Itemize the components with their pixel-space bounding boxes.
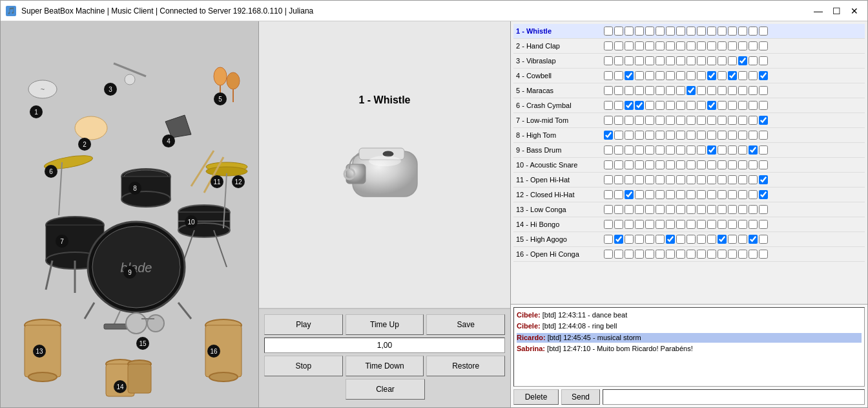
beat-checkbox-3-13[interactable] — [738, 56, 747, 65]
beat-checkbox-10-3[interactable] — [635, 160, 644, 169]
beat-checkbox-11-11[interactable] — [718, 175, 727, 184]
beat-checkbox-15-4[interactable] — [645, 235, 654, 244]
beat-checkbox-9-12[interactable] — [728, 145, 737, 155]
beat-checkbox-14-12[interactable] — [728, 220, 737, 229]
beat-checkbox-11-4[interactable] — [645, 175, 654, 184]
beat-label-9[interactable]: 9 - Bass Drum — [513, 143, 604, 157]
beat-checkbox-10-10[interactable] — [707, 160, 716, 169]
beat-checkbox-11-8[interactable] — [687, 175, 696, 184]
beat-checkbox-11-5[interactable] — [656, 175, 665, 184]
beat-checkbox-11-7[interactable] — [676, 175, 685, 184]
beat-checkbox-10-11[interactable] — [718, 160, 727, 169]
beat-checkbox-16-0[interactable] — [604, 250, 613, 259]
beat-checkbox-7-5[interactable] — [656, 116, 665, 125]
beat-checkbox-1-14[interactable] — [749, 27, 758, 36]
beat-checkbox-8-3[interactable] — [635, 131, 644, 140]
beat-checkbox-13-4[interactable] — [645, 205, 654, 214]
beat-checkbox-12-6[interactable] — [666, 190, 675, 199]
beat-checkbox-5-1[interactable] — [614, 86, 623, 95]
beat-checkbox-9-9[interactable] — [697, 145, 706, 155]
beat-checkbox-13-2[interactable] — [625, 205, 634, 214]
beat-checkbox-9-6[interactable] — [666, 145, 675, 155]
beat-checkbox-14-6[interactable] — [666, 220, 675, 229]
beat-checkbox-2-14[interactable] — [749, 41, 758, 50]
beat-checkbox-11-2[interactable] — [625, 175, 634, 184]
beat-checkbox-16-9[interactable] — [697, 250, 706, 259]
beat-checkbox-7-7[interactable] — [676, 116, 685, 125]
beat-checkbox-15-0[interactable] — [604, 235, 613, 244]
beat-checkbox-16-14[interactable] — [749, 250, 758, 259]
beat-label-5[interactable]: 5 - Maracas — [513, 83, 604, 98]
delete-button[interactable]: Delete — [513, 389, 559, 405]
beat-checkbox-7-2[interactable] — [625, 116, 634, 125]
beat-checkbox-11-15[interactable] — [759, 175, 768, 184]
beat-label-4[interactable]: 4 - Cowbell — [513, 69, 604, 83]
beat-checkbox-15-1[interactable] — [614, 235, 623, 244]
beat-checkbox-8-12[interactable] — [728, 131, 737, 140]
beat-checkbox-16-2[interactable] — [625, 250, 634, 259]
beat-checkbox-13-0[interactable] — [604, 205, 613, 214]
beat-checkbox-5-13[interactable] — [738, 86, 747, 95]
beat-checkbox-9-11[interactable] — [718, 145, 727, 155]
beat-label-6[interactable]: 6 - Crash Cymbal — [513, 98, 604, 113]
beat-checkbox-2-1[interactable] — [614, 41, 623, 50]
beat-checkbox-8-14[interactable] — [749, 131, 758, 140]
beat-checkbox-10-8[interactable] — [687, 160, 696, 169]
beat-checkbox-11-14[interactable] — [749, 175, 758, 184]
send-button[interactable]: Send — [561, 389, 600, 405]
beat-label-13[interactable]: 13 - Low Conga — [513, 202, 604, 217]
beat-checkbox-4-1[interactable] — [614, 71, 623, 80]
beat-checkbox-9-14[interactable] — [749, 145, 758, 155]
beat-checkbox-14-7[interactable] — [676, 220, 685, 229]
clear-button[interactable]: Clear — [346, 379, 424, 400]
beat-checkbox-8-8[interactable] — [687, 131, 696, 140]
beat-checkbox-4-13[interactable] — [738, 71, 747, 80]
beat-checkbox-9-8[interactable] — [687, 145, 696, 155]
beat-checkbox-6-10[interactable] — [707, 101, 716, 110]
beat-checkbox-8-10[interactable] — [707, 131, 716, 140]
beat-checkbox-15-10[interactable] — [707, 235, 716, 244]
beat-checkbox-7-13[interactable] — [738, 116, 747, 125]
beat-checkbox-6-5[interactable] — [656, 101, 665, 110]
beat-checkbox-1-6[interactable] — [666, 27, 675, 36]
beat-checkbox-10-13[interactable] — [738, 160, 747, 169]
beat-checkbox-3-1[interactable] — [614, 56, 623, 65]
beat-checkbox-12-7[interactable] — [676, 190, 685, 199]
beat-checkbox-3-3[interactable] — [635, 56, 644, 65]
beat-checkbox-10-0[interactable] — [604, 160, 613, 169]
beat-checkbox-3-4[interactable] — [645, 56, 654, 65]
beat-checkbox-15-3[interactable] — [635, 235, 644, 244]
beat-checkbox-6-12[interactable] — [728, 101, 737, 110]
beat-checkbox-12-14[interactable] — [749, 190, 758, 199]
beat-checkbox-11-0[interactable] — [604, 175, 613, 184]
beat-checkbox-13-11[interactable] — [718, 205, 727, 214]
beat-checkbox-7-3[interactable] — [635, 116, 644, 125]
beat-checkbox-6-8[interactable] — [687, 101, 696, 110]
beat-checkbox-2-6[interactable] — [666, 41, 675, 50]
beat-checkbox-13-1[interactable] — [614, 205, 623, 214]
beat-checkbox-1-7[interactable] — [676, 27, 685, 36]
stop-button[interactable]: Stop — [264, 356, 343, 376]
beat-checkbox-4-3[interactable] — [635, 71, 644, 80]
chat-input[interactable] — [603, 389, 865, 405]
beat-checkbox-11-10[interactable] — [707, 175, 716, 184]
beat-checkbox-14-3[interactable] — [635, 220, 644, 229]
beat-checkbox-3-8[interactable] — [687, 56, 696, 65]
beat-checkbox-3-2[interactable] — [625, 56, 634, 65]
play-button[interactable]: Play — [264, 314, 343, 335]
beat-checkbox-13-8[interactable] — [687, 205, 696, 214]
beat-checkbox-13-15[interactable] — [759, 205, 768, 214]
beat-checkbox-16-7[interactable] — [676, 250, 685, 259]
beat-checkbox-2-3[interactable] — [635, 41, 644, 50]
beat-checkbox-16-13[interactable] — [738, 250, 747, 259]
beat-checkbox-5-12[interactable] — [728, 86, 737, 95]
beat-checkbox-7-4[interactable] — [645, 116, 654, 125]
beat-checkbox-16-8[interactable] — [687, 250, 696, 259]
beat-checkbox-5-7[interactable] — [676, 86, 685, 95]
beat-checkbox-5-5[interactable] — [656, 86, 665, 95]
beat-checkbox-8-1[interactable] — [614, 131, 623, 140]
beat-checkbox-6-14[interactable] — [749, 101, 758, 110]
beat-checkbox-1-5[interactable] — [656, 27, 665, 36]
beat-checkbox-1-11[interactable] — [718, 27, 727, 36]
beat-checkbox-1-3[interactable] — [635, 27, 644, 36]
